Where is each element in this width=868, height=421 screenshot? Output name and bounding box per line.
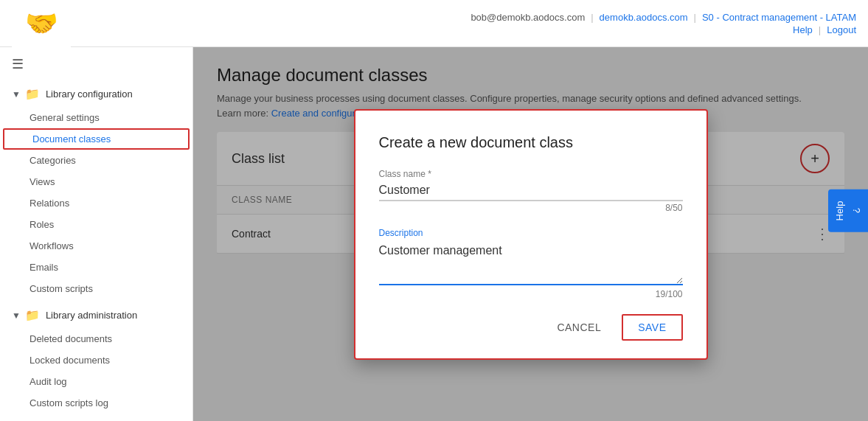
sidebar-item-jobs[interactable]: Jobs (0, 414, 192, 421)
sidebar-item-document-classes[interactable]: Document classes (3, 128, 190, 150)
dialog-title: Create a new document class (379, 134, 683, 151)
chevron-icon-2: ▼ (12, 310, 21, 321)
logout-link[interactable]: Logout (827, 24, 856, 35)
description-input[interactable]: Customer management (379, 241, 683, 285)
main-layout: ☰ ▼ 📁 Library configuration General sett… (0, 47, 868, 421)
cancel-button[interactable]: CANCEL (542, 314, 616, 341)
header-right: bob@demokb.aodocs.com | demokb.aodocs.co… (471, 12, 856, 35)
user-email: bob@demokb.aodocs.com (471, 12, 585, 23)
sidebar-group-library-config[interactable]: ▼ 📁 Library configuration (0, 81, 192, 107)
sidebar-item-custom-scripts[interactable]: Custom scripts (0, 278, 192, 299)
class-name-counter: 8/50 (379, 203, 683, 213)
sidebar-section-config: ▼ 📁 Library configuration General settin… (0, 81, 192, 299)
sidebar-group-library-admin[interactable]: ▼ 📁 Library administration (0, 302, 192, 328)
sidebar-section-admin: ▼ 📁 Library administration Deleted docum… (0, 302, 192, 421)
dialog-actions: CANCEL SAVE (379, 314, 683, 341)
hamburger-menu[interactable]: ☰ (0, 47, 192, 81)
sidebar-item-roles[interactable]: Roles (0, 214, 192, 235)
top-header: 🤝 bob@demokb.aodocs.com | demokb.aodocs.… (0, 0, 868, 47)
sidebar-item-categories[interactable]: Categories (0, 150, 192, 171)
help-icon: ? (851, 208, 862, 213)
folder-icon: 📁 (25, 87, 40, 101)
sidebar-item-workflows[interactable]: Workflows (0, 235, 192, 257)
sep2: | (694, 12, 696, 23)
description-counter: 19/100 (379, 289, 683, 299)
sidebar-item-general-settings[interactable]: General settings (0, 107, 192, 128)
save-button[interactable]: SAVE (622, 314, 682, 341)
sidebar-item-locked-documents[interactable]: Locked documents (0, 349, 192, 371)
create-class-dialog: Create a new document class Class name *… (354, 109, 708, 360)
domain-link[interactable]: demokb.aodocs.com (600, 12, 688, 23)
sidebar-item-views[interactable]: Views (0, 171, 192, 192)
help-button[interactable]: ? Help (828, 189, 868, 232)
description-field: Description Customer management 19/100 (379, 228, 683, 299)
logo-icon: 🤝 (25, 8, 58, 39)
library-link[interactable]: S0 - Contract management - LATAM (702, 12, 856, 23)
help-link[interactable]: Help (793, 24, 813, 35)
sidebar-item-relations[interactable]: Relations (0, 192, 192, 214)
class-name-label: Class name * (379, 169, 683, 179)
class-name-input[interactable] (379, 181, 683, 201)
chevron-icon: ▼ (12, 89, 21, 100)
header-top-row: bob@demokb.aodocs.com | demokb.aodocs.co… (471, 12, 856, 23)
sidebar-item-emails[interactable]: Emails (0, 257, 192, 278)
folder-icon-2: 📁 (25, 308, 40, 322)
sidebar-item-custom-scripts-log[interactable]: Custom scripts log (0, 392, 192, 414)
sidebar-group-label-admin: Library administration (46, 310, 137, 321)
content-area: Manage document classes Manage your busi… (193, 47, 868, 421)
header-bottom-row: Help | Logout (793, 24, 856, 35)
sidebar-group-label-config: Library configuration (46, 88, 133, 100)
dialog-overlay: Create a new document class Class name *… (193, 47, 868, 421)
logo: 🤝 (12, 0, 71, 47)
sep1: | (591, 12, 593, 23)
class-name-field: Class name * 8/50 (379, 169, 683, 213)
sep3: | (819, 24, 821, 35)
sidebar-item-deleted-documents[interactable]: Deleted documents (0, 328, 192, 349)
sidebar: ☰ ▼ 📁 Library configuration General sett… (0, 47, 193, 421)
description-label: Description (379, 228, 683, 238)
sidebar-item-audit-log[interactable]: Audit log (0, 371, 192, 392)
help-label: Help (834, 201, 845, 220)
